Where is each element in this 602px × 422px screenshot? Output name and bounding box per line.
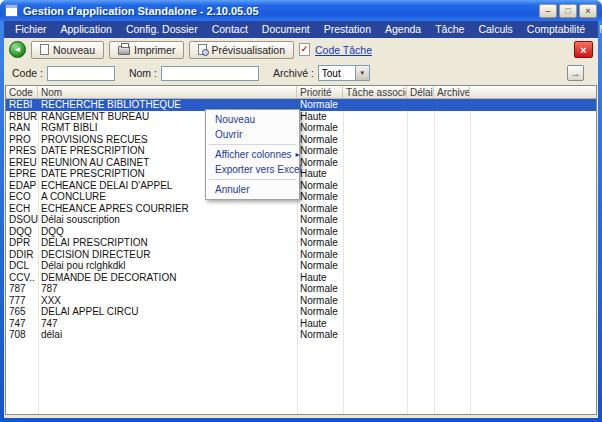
cell-tache-associee [343,295,407,307]
archive-filter-label: Archivé : [273,67,314,79]
nom-filter-label: Nom : [129,67,157,79]
cell-tache-associee [343,260,407,272]
cell-delai [407,168,434,180]
menu-item-agenda[interactable]: Agenda [378,21,428,38]
menu-item-prestation[interactable]: Prestation [317,21,378,38]
cell-tache-associee [343,145,407,157]
cell-code: RAN [6,122,38,134]
menu-item-application[interactable]: Application [54,21,119,38]
table-row[interactable]: DCLDélai pou rclghkdklNormale [6,260,596,272]
imprimer-button[interactable]: Imprimer [109,41,184,59]
context-menu-item-annuler[interactable]: Annuler [207,182,298,197]
cell-priorite: Haute [297,168,343,180]
context-menu-item-exporter-vers-excel[interactable]: Exporter vers Excel [207,162,298,177]
chevron-down-icon[interactable]: ▼ [355,66,369,80]
table-row[interactable]: PROPROVISIONS RECUESNormale [6,134,596,146]
cell-nom: DELAI APPEL CIRCU [38,306,297,318]
submenu-arrow-icon: ▸ [296,150,300,159]
back-button[interactable]: ◄ [9,41,26,58]
table-row[interactable]: ECOA CONCLURENormale [6,191,596,203]
cell-priorite: Normale [297,226,343,238]
code-tache-link[interactable]: Code Tâche [315,44,372,56]
context-menu-item-label: Ouvrir [215,129,242,140]
column-header-code[interactable]: Code [6,86,38,98]
cell-nom: 787 [38,283,297,295]
context-menu-item-ouvrir[interactable]: Ouvrir [207,127,298,142]
previsualisation-button[interactable]: Prévisualisation [189,41,294,59]
cell-archive [434,203,470,215]
close-window-button[interactable]: × [579,4,597,18]
table-body: REBIRECHERCHE BIBLIOTHEQUENormaleRBURRAN… [6,99,596,414]
menu-item-comptabilit[interactable]: Comptabilité [520,21,592,38]
cell-delai [407,272,434,284]
table-row[interactable]: DSOUDélai souscriptionNormale [6,214,596,226]
table-row[interactable]: RBURRANGEMENT BUREAUHaute [6,111,596,123]
menu-item-config-dossier[interactable]: Config. Dossier [119,21,205,38]
cell-code: RBUR [6,111,38,123]
task-table: CodeNomPrioritéTâche associéeDélaiArchiv… [5,85,597,415]
context-menu-item-nouveau[interactable]: Nouveau [207,112,298,127]
cell-code: ECO [6,191,38,203]
cell-delai [407,214,434,226]
table-row[interactable]: 747747Haute [6,318,596,330]
cell-tache-associee [343,329,407,341]
cell-archive [434,168,470,180]
cell-tache-associee [343,99,407,111]
menu-separator [209,144,296,145]
menu-item-calculs[interactable]: Calculs [471,21,519,38]
maximize-button[interactable]: □ [559,4,577,18]
cell-archive [434,145,470,157]
context-menu: NouveauOuvrirAfficher colonnes▸Exporter … [205,109,300,200]
title-bar: Gestion d'application Standalone - 2.10.… [0,0,602,21]
cell-code: CCV.. [6,272,38,284]
archive-select[interactable]: Tout ▼ [318,65,370,81]
cell-delai [407,122,434,134]
table-row[interactable]: DQQDQQNormale [6,226,596,238]
table-row[interactable]: REBIRECHERCHE BIBLIOTHEQUENormale [6,99,596,111]
menu-item-modules[interactable]: Modules [592,21,602,38]
refresh-button[interactable]: → [567,65,584,81]
menu-item-fichier[interactable]: Fichier [8,21,54,38]
menu-item-contact[interactable]: Contact [205,21,255,38]
table-row[interactable]: 765DELAI APPEL CIRCUNormale [6,306,596,318]
table-row[interactable]: DPRDELAI PRESCRIPTIONNormale [6,237,596,249]
printer-icon [118,46,130,55]
column-header-archive[interactable]: Archive [434,86,470,98]
table-row[interactable]: 787787Normale [6,283,596,295]
column-header-priorit[interactable]: Priorité [297,86,343,98]
cell-delai [407,318,434,330]
cell-priorite: Normale [297,260,343,272]
column-header-d-lai[interactable]: Délai [407,86,434,98]
app-icon [5,4,18,17]
minimize-button[interactable]: – [539,4,557,18]
context-menu-item-afficher-colonnes[interactable]: Afficher colonnes▸ [207,147,298,162]
menu-item-t-che[interactable]: Tâche [428,21,471,38]
cell-priorite: Normale [297,122,343,134]
column-header-t-che-associ-e[interactable]: Tâche associée [343,86,407,98]
table-row[interactable]: CCV..DEMANDE DE DECORATIONHaute [6,272,596,284]
cell-priorite: Normale [297,203,343,215]
cell-delai [407,134,434,146]
nouveau-button[interactable]: Nouveau [31,41,104,59]
table-row[interactable]: DDIRDECISION DIRECTEURNormale [6,249,596,261]
nom-filter-input[interactable] [161,66,259,81]
cell-nom: DEMANDE DE DECORATION [38,272,297,284]
code-filter-input[interactable] [47,66,115,81]
cell-code: 708 [6,329,38,341]
cell-archive [434,226,470,238]
table-row[interactable]: 777XXXNormale [6,295,596,307]
table-row[interactable]: EDAPECHEANCE DELAI D'APPELNormale [6,180,596,192]
table-row[interactable]: ECHECHEANCE APRES COURRIERNormale [6,203,596,215]
cell-tache-associee [343,203,407,215]
cell-code: 777 [6,295,38,307]
table-row[interactable]: 708délaiNormale [6,329,596,341]
cell-code: EPRE [6,168,38,180]
cell-priorite: Normale [297,134,343,146]
column-header-nom[interactable]: Nom [38,86,297,98]
toolbar-close-button[interactable]: × [574,41,593,58]
table-row[interactable]: RANRGMT BIBLINormale [6,122,596,134]
menu-item-document[interactable]: Document [255,21,317,38]
cell-code: PRES [6,145,38,157]
table-header: CodeNomPrioritéTâche associéeDélaiArchiv… [6,86,596,99]
table-row[interactable]: PRESDATE PRESCRIPTIONNormale [6,145,596,157]
